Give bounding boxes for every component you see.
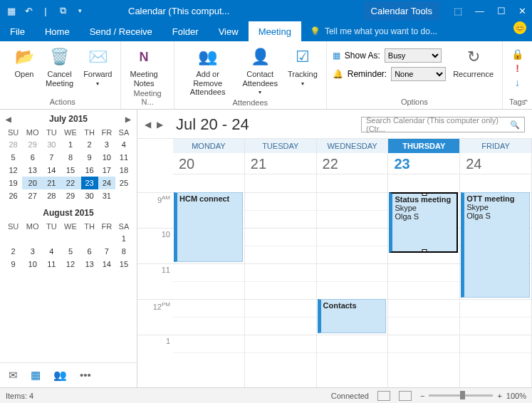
- forward-icon: ✉️: [86, 46, 109, 68]
- qat-dropdown-icon[interactable]: ▾: [74, 5, 85, 16]
- show-as-row: ▦ Show As: Busy: [333, 48, 446, 63]
- ribbon-tabs: File Home Send / Receive Folder View Mee…: [0, 21, 532, 41]
- zoom-control[interactable]: − + 100%: [420, 392, 526, 400]
- tell-me-box[interactable]: 💡 Tell me what you want to do...: [301, 21, 513, 41]
- showas-icon: ▦: [333, 51, 340, 61]
- cancel-meeting-button[interactable]: 🗑️Cancel Meeting: [43, 44, 76, 89]
- cancel-icon: 🗑️: [48, 46, 71, 68]
- contact-attendees-button[interactable]: 👤Contact Attendees▾: [239, 44, 281, 97]
- qat-separator: |: [40, 5, 51, 16]
- undo-icon[interactable]: ↶: [23, 5, 34, 16]
- prev-month-icon[interactable]: ◀: [6, 115, 11, 123]
- resize-handle-bottom[interactable]: [422, 249, 427, 253]
- day-wed[interactable]: WEDNESDAY: [317, 139, 389, 153]
- ribbon-options-icon[interactable]: ⬚: [454, 6, 462, 16]
- recurrence-icon: ↻: [462, 46, 485, 68]
- collapse-ribbon-icon[interactable]: ⌃: [523, 98, 529, 108]
- private-icon[interactable]: 🔒: [511, 48, 523, 60]
- customize-qat-icon[interactable]: ⧉: [57, 5, 68, 16]
- window-title: Calendar (This comput...: [128, 6, 364, 16]
- title-bar: ▦ ↶ | ⧉ ▾ Calendar (This comput... Calen…: [0, 0, 532, 21]
- reminder-select[interactable]: None: [391, 67, 446, 81]
- group-label-notes: Meeting N...: [127, 89, 167, 108]
- tracking-icon: ☑︎: [291, 46, 314, 68]
- appointment-status-meeting[interactable]: Status meetingSkypeOlga S: [389, 192, 458, 253]
- tab-home[interactable]: Home: [35, 21, 80, 41]
- group-options: ▦ Show As: Busy 🔔 Reminder: None ↻Recurr…: [327, 41, 503, 109]
- day-mon[interactable]: MONDAY: [173, 139, 245, 153]
- next-month-icon[interactable]: ▶: [125, 115, 131, 123]
- normal-view-icon[interactable]: [377, 391, 390, 401]
- lightbulb-icon: 💡: [310, 26, 320, 36]
- group-actions: 📂Open 🗑️Cancel Meeting ✉️Forward▾ Action…: [4, 41, 121, 109]
- day-thu[interactable]: THURSDAY: [388, 139, 460, 153]
- appointment-contacts[interactable]: Contacts: [318, 299, 387, 333]
- recurrence-button[interactable]: ↻Recurrence: [450, 44, 496, 80]
- connection-status: Connected: [331, 392, 369, 400]
- date-range: Jul 20 - 24: [176, 115, 354, 134]
- day-headers: MONDAY20 TUESDAY21 WEDNESDAY22 THURSDAY2…: [137, 138, 532, 192]
- reminder-row: 🔔 Reminder: None: [333, 67, 446, 81]
- zoom-level: 100%: [506, 392, 526, 400]
- ribbon: 📂Open 🗑️Cancel Meeting ✉️Forward▾ Action…: [0, 41, 532, 110]
- people-icon[interactable]: 👥: [53, 369, 67, 382]
- minimize-icon[interactable]: —: [475, 6, 484, 16]
- group-label-options: Options: [333, 98, 496, 108]
- bell-icon: 🔔: [333, 69, 343, 79]
- tab-send-receive[interactable]: Send / Receive: [80, 21, 162, 41]
- feedback-smiley-icon[interactable]: 😊: [513, 21, 526, 34]
- add-remove-attendees-button[interactable]: 👥Add or Remove Attendees: [180, 44, 236, 98]
- next-week-icon[interactable]: ▶: [157, 120, 163, 130]
- close-icon[interactable]: ✕: [518, 6, 526, 16]
- window-controls: ⬚ — ☐ ✕: [454, 6, 526, 16]
- tab-folder[interactable]: Folder: [162, 21, 209, 41]
- open-icon: 📂: [13, 46, 36, 68]
- show-as-select[interactable]: Busy: [385, 48, 442, 63]
- show-as-label: Show As:: [345, 51, 380, 61]
- search-icon[interactable]: 🔍: [510, 120, 520, 130]
- zoom-in-icon[interactable]: +: [497, 392, 501, 400]
- tab-file[interactable]: File: [0, 21, 35, 41]
- mini-calendar-grid[interactable]: SUMOTUWETHFRSA 2829301234567891011121314…: [4, 127, 132, 202]
- mini-calendar-grid[interactable]: SUMOTUWETHFRSA 123456789101112131415: [4, 221, 132, 271]
- calendar-icon[interactable]: ▦: [31, 369, 41, 382]
- nav-bar: ✉ ▦ 👥 •••: [0, 362, 137, 387]
- onenote-icon: N: [132, 46, 155, 68]
- low-importance-icon[interactable]: ↓: [515, 77, 520, 88]
- prev-week-icon[interactable]: ◀: [145, 120, 151, 130]
- appointment-ott[interactable]: OTT meetingSkypeOlga S: [461, 192, 530, 298]
- more-icon[interactable]: •••: [80, 369, 91, 382]
- month-label: July 2015: [49, 114, 88, 124]
- calendar-view: ◀▶ Jul 20 - 24 Search Calendar (This com…: [137, 110, 532, 387]
- tab-meeting[interactable]: Meeting: [249, 21, 301, 41]
- day-fri[interactable]: FRIDAY: [460, 139, 532, 153]
- reading-view-icon[interactable]: [399, 391, 412, 401]
- zoom-slider[interactable]: [429, 394, 493, 397]
- mini-calendar-july: ◀July 2015▶ SUMOTUWETHFRSA 2829301234567…: [0, 110, 137, 204]
- forward-button[interactable]: ✉️Forward▾: [80, 44, 115, 88]
- group-meeting-notes: NMeeting Notes Meeting N...: [121, 41, 174, 109]
- resize-handle-top[interactable]: [422, 192, 427, 196]
- mail-icon[interactable]: ✉: [9, 369, 18, 382]
- open-button[interactable]: 📂Open: [10, 44, 38, 80]
- quick-access-toolbar: ▦ ↶ | ⧉ ▾: [6, 5, 85, 16]
- reminder-label: Reminder:: [348, 69, 387, 79]
- group-label-actions: Actions: [10, 98, 115, 108]
- meeting-notes-button[interactable]: NMeeting Notes: [127, 44, 160, 89]
- tab-view[interactable]: View: [209, 21, 249, 41]
- group-label-attendees: Attendees: [180, 98, 320, 108]
- contact-icon: 👤: [249, 46, 271, 68]
- search-input[interactable]: Search Calendar (This computer only) (Ct…: [361, 117, 525, 132]
- sidebar: ◀July 2015▶ SUMOTUWETHFRSA 2829301234567…: [0, 110, 137, 387]
- day-tue[interactable]: TUESDAY: [245, 139, 317, 153]
- status-bar: Items: 4 Connected − + 100%: [0, 387, 532, 403]
- search-placeholder: Search Calendar (This computer only) (Ct…: [366, 116, 510, 133]
- appointment-hcm[interactable]: HCM connect: [174, 192, 243, 262]
- zoom-out-icon[interactable]: −: [420, 392, 424, 400]
- tracking-button[interactable]: ☑︎Tracking▾: [285, 44, 320, 88]
- app-icon[interactable]: ▦: [6, 5, 17, 16]
- item-count: Items: 4: [6, 392, 33, 400]
- high-importance-icon[interactable]: !: [516, 63, 519, 74]
- maximize-icon[interactable]: ☐: [497, 6, 506, 16]
- tell-me-placeholder: Tell me what you want to do...: [325, 26, 437, 36]
